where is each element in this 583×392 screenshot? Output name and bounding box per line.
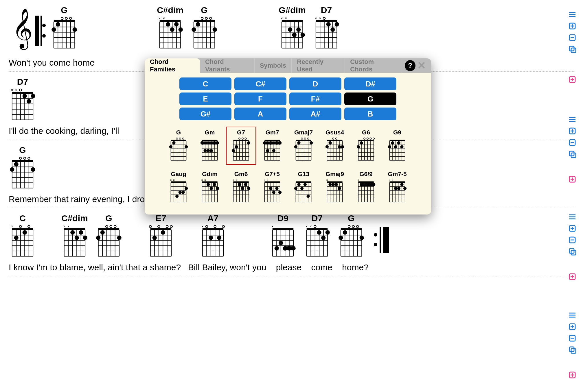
chord-block[interactable]: G [337,213,365,259]
chord-block[interactable]: G#dim×× [278,5,306,51]
chord-block[interactable]: C#dim×× [156,5,184,51]
chord-block[interactable]: G [50,5,78,51]
chord-Gm6[interactable]: Gm6×× [226,168,256,206]
chord-Gsus4[interactable]: Gsus4 [320,127,350,165]
svg-point-611 [275,187,278,190]
insert-row-icon[interactable] [568,75,577,84]
chord-block [233,213,245,257]
chord-block[interactable]: D9× [269,213,297,259]
chord-name: Gm [205,129,215,136]
row-add-icon[interactable] [568,322,577,331]
chord-block [84,5,96,49]
chord-block [133,145,144,188]
svg-point-40 [170,27,174,32]
svg-point-21 [52,27,56,32]
root-Asharp[interactable]: A# [289,108,341,120]
root-Fsharp[interactable]: F# [289,93,341,105]
svg-point-495 [336,138,337,139]
chord-name: G [9,145,36,155]
tab-chord-families[interactable]: Chord Families [145,58,200,73]
row-add-icon[interactable] [568,224,577,233]
svg-point-266 [214,225,216,228]
row-duplicate-icon[interactable] [568,345,577,354]
chord-G9[interactable]: G9 [382,127,412,165]
chord-block[interactable]: D7×× [312,5,340,51]
chord-G69[interactable]: G6/9× [351,168,381,206]
root-E[interactable]: E [179,93,231,105]
svg-point-646 [332,183,335,186]
chord-block[interactable]: E7 [147,213,175,259]
chord-Gmaj9[interactable]: Gmaj9× [320,168,350,206]
row-remove-icon[interactable] [568,334,577,343]
chord-G13[interactable]: G13 [288,168,319,206]
row-menu-icon[interactable] [568,311,577,319]
root-Dsharp[interactable]: D# [344,77,396,90]
chord-block[interactable]: G [95,213,123,259]
chord-Gaug[interactable]: Gaug×× [163,168,194,206]
insert-row-icon[interactable] [568,272,577,281]
chord-block[interactable]: A7× [199,213,227,259]
close-icon[interactable]: ✕ [417,58,426,73]
svg-point-191 [28,225,30,228]
svg-point-229 [96,236,100,240]
root-C[interactable]: C [179,77,231,90]
help-icon[interactable]: ? [405,60,415,71]
chord-Gm7[interactable]: Gm7 [257,127,287,165]
row-remove-icon[interactable] [568,236,577,244]
tab-symbols[interactable]: Symbols [255,58,292,73]
insert-row-button[interactable] [568,272,577,282]
root-F[interactable]: F [234,93,286,105]
row-duplicate-icon[interactable] [568,247,577,256]
chord-block[interactable]: G [9,145,36,191]
chord-block[interactable]: C#dim×× [61,213,89,259]
row-duplicate-icon[interactable] [568,150,577,158]
svg-point-246 [158,225,160,228]
chord-G6[interactable]: G6 [351,127,381,165]
insert-row-button[interactable] [568,371,577,380]
chord-Gm75[interactable]: Gm7-5×× [382,168,412,206]
chord-name: Gm7-5 [388,171,407,177]
chord-block[interactable]: D7×× [9,77,36,123]
tab-recently-used[interactable]: Recently Used [292,58,345,73]
chord-block[interactable]: D7×× [303,213,331,259]
chord-Gmaj7[interactable]: Gmaj7 [288,127,319,165]
tab-chord-variants[interactable]: Chord Variants [200,58,255,73]
chord-name: D7 [312,5,340,15]
svg-text:×: × [163,16,165,20]
chord-block[interactable]: G [190,5,218,51]
row-add-icon[interactable] [568,22,577,30]
chord-G7[interactable]: G7 [226,127,256,165]
insert-row-button[interactable] [568,75,577,85]
tab-custom-chords[interactable]: Custom Chords [345,58,402,73]
chord-Gdim[interactable]: Gdim×× [195,168,225,206]
svg-point-422 [216,141,219,145]
row-menu-icon[interactable] [568,115,577,124]
svg-point-460 [275,141,278,145]
svg-point-612 [278,191,282,194]
row-remove-icon[interactable] [568,138,577,147]
row-add-icon[interactable] [568,127,577,135]
root-B[interactable]: B [344,108,396,120]
insert-row-icon[interactable] [568,175,577,184]
row-menu-icon[interactable] [568,212,577,221]
root-A[interactable]: A [234,108,286,120]
insert-row-button[interactable] [568,175,577,185]
row-duplicate-icon[interactable] [568,45,577,53]
chord-Gm[interactable]: Gm [195,127,225,165]
row-remove-icon[interactable] [568,33,577,42]
root-G[interactable]: G [344,93,396,105]
svg-point-420 [210,149,213,152]
svg-point-134 [28,157,30,160]
chord-name: G [190,5,218,15]
insert-row-icon[interactable] [568,371,577,379]
svg-point-499 [341,145,344,148]
root-D[interactable]: D [289,77,341,90]
root-Gsharp[interactable]: G# [179,108,231,120]
lyric-line[interactable]: I know I'm to blame, well, ain't that a … [9,262,583,272]
row-menu-icon[interactable] [568,10,577,19]
root-Csharp[interactable]: C# [234,77,286,90]
svg-point-626 [294,187,297,190]
chord-block[interactable]: C× [9,213,36,259]
chord-G75[interactable]: G7+5×× [257,168,287,206]
chord-G[interactable]: G [163,127,194,165]
